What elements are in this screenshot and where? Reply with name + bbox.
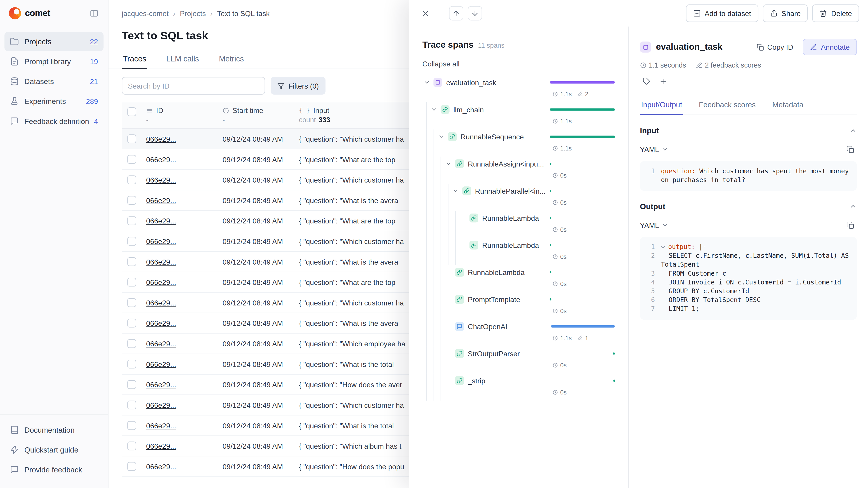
chevron-down-icon[interactable] [444, 159, 453, 168]
span-row[interactable]: evaluation_task 1.1s 2 [423, 75, 615, 102]
sidebar-item-quickstart-guide[interactable]: Quickstart guide [4, 440, 103, 459]
annotate-button[interactable]: Annotate [803, 39, 857, 55]
input-section-header[interactable]: Input [640, 126, 857, 135]
add-button[interactable] [656, 75, 670, 88]
trace-id-link[interactable]: 066e29... [146, 381, 176, 389]
trace-id-link[interactable]: 066e29... [146, 298, 176, 307]
chevron-down-icon[interactable] [661, 245, 665, 248]
copy-id-button[interactable]: Copy ID [752, 39, 798, 55]
row-checkbox[interactable] [127, 462, 136, 471]
span-row[interactable]: RunnableAssign<inpu... 0s [423, 157, 615, 184]
trace-id-link[interactable]: 066e29... [146, 401, 176, 409]
breadcrumb-workspace[interactable]: jacques-comet [122, 9, 168, 18]
span-row[interactable]: RunnableLambda 0s [423, 211, 615, 238]
trace-id-link[interactable]: 066e29... [146, 135, 176, 143]
filters-button[interactable]: Filters (0) [271, 77, 326, 94]
span-row[interactable]: StrOutputParser 0s [423, 346, 615, 373]
trace-id-link[interactable]: 066e29... [146, 360, 176, 368]
book-icon [10, 425, 19, 434]
trace-id-link[interactable]: 066e29... [146, 339, 176, 348]
collapse-all-button[interactable]: Collapse all [423, 60, 460, 68]
tab-feedback-scores[interactable]: Feedback scores [698, 96, 757, 115]
span-row[interactable]: RunnableLambda 0s [423, 265, 615, 292]
span-row[interactable]: RunnableLambda 0s [423, 238, 615, 265]
tab-input-output[interactable]: Input/Output [640, 96, 683, 115]
output-format-select[interactable]: YAML [640, 221, 669, 229]
close-button[interactable] [418, 6, 432, 21]
arrow-up-icon [452, 9, 460, 17]
column-header-start-time[interactable]: Start time [222, 106, 290, 115]
sidebar-item-experiments[interactable]: Experiments 289 [4, 92, 103, 111]
span-row[interactable]: RunnableSequence 1.1s [423, 129, 615, 157]
row-checkbox[interactable] [127, 298, 136, 307]
row-checkbox[interactable] [127, 380, 136, 389]
sidebar-item-label: Projects [24, 37, 85, 46]
sidebar-item-provide-feedback[interactable]: Provide feedback [4, 460, 103, 479]
tab-llm-calls[interactable]: LLM calls [165, 49, 200, 69]
trace-id-link[interactable]: 066e29... [146, 258, 176, 266]
trace-id-link[interactable]: 066e29... [146, 278, 176, 287]
select-all-checkbox[interactable] [127, 107, 136, 116]
previous-trace-button[interactable] [449, 6, 463, 21]
sidebar-item-datasets[interactable]: Datasets 21 [4, 72, 103, 91]
trace-id-link[interactable]: 066e29... [146, 176, 176, 184]
sidebar-item-projects[interactable]: Projects 22 [4, 32, 103, 51]
chevron-down-icon[interactable] [423, 78, 431, 87]
copy-input-button[interactable] [844, 143, 857, 156]
trace-id-link[interactable]: 066e29... [146, 217, 176, 225]
column-header-id[interactable]: ID [146, 106, 214, 115]
tab-metadata[interactable]: Metadata [771, 96, 805, 115]
sidebar-item-prompt-library[interactable]: Prompt library 19 [4, 52, 103, 71]
row-checkbox[interactable] [127, 155, 136, 164]
trace-id-link[interactable]: 066e29... [146, 319, 176, 327]
row-checkbox[interactable] [127, 134, 136, 143]
trace-id-link[interactable]: 066e29... [146, 155, 176, 164]
span-row[interactable]: ChatOpenAI 1.1s 1 [423, 319, 615, 346]
span-row[interactable]: llm_chain 1.1s [423, 102, 615, 129]
span-duration: 1.1s [560, 91, 572, 97]
input-format-select[interactable]: YAML [640, 145, 669, 154]
share-button[interactable]: Share [763, 4, 808, 22]
trace-id-link[interactable]: 066e29... [146, 442, 176, 450]
chevron-down-icon[interactable] [437, 132, 445, 141]
trace-id-link[interactable]: 066e29... [146, 237, 176, 246]
row-checkbox[interactable] [127, 319, 136, 328]
row-checkbox[interactable] [127, 442, 136, 450]
span-row[interactable]: _strip 0s [423, 373, 615, 400]
row-checkbox[interactable] [127, 257, 136, 266]
span-duration-bar [550, 217, 551, 219]
sidebar-item-documentation[interactable]: Documentation [4, 420, 103, 439]
row-checkbox[interactable] [127, 217, 136, 225]
next-trace-button[interactable] [468, 6, 482, 21]
sidebar-item-count: 19 [90, 57, 98, 66]
search-input[interactable] [122, 77, 265, 94]
trace-id-link[interactable]: 066e29... [146, 462, 176, 470]
row-checkbox[interactable] [127, 400, 136, 410]
row-checkbox[interactable] [127, 196, 136, 205]
trace-id-link[interactable]: 066e29... [146, 196, 176, 204]
add-tag-button[interactable] [640, 75, 653, 88]
chevron-down-icon[interactable] [430, 105, 438, 114]
trace-id-link[interactable]: 066e29... [146, 421, 176, 430]
sidebar-toggle-icon[interactable] [87, 6, 101, 21]
sidebar-item-feedback-definitions[interactable]: Feedback definitions 4 [4, 112, 103, 131]
chevron-down-icon[interactable] [451, 186, 460, 195]
span-name: RunnableSequence [461, 133, 524, 141]
tab-metrics[interactable]: Metrics [218, 49, 245, 69]
row-checkbox[interactable] [127, 360, 136, 368]
sidebar-item-label: Documentation [24, 426, 98, 434]
tab-traces[interactable]: Traces [122, 49, 147, 69]
add-to-dataset-button[interactable]: Add to dataset [686, 4, 758, 22]
row-checkbox[interactable] [127, 278, 136, 287]
output-section-header[interactable]: Output [640, 202, 857, 211]
row-checkbox[interactable] [127, 339, 136, 348]
row-checkbox[interactable] [127, 421, 136, 430]
span-row[interactable]: PromptTemplate 0s [423, 292, 615, 319]
breadcrumb-projects[interactable]: Projects [180, 9, 206, 18]
input-code-block: 1question: Which customer has spent the … [640, 161, 857, 191]
copy-output-button[interactable] [844, 219, 857, 232]
span-row[interactable]: RunnableParallel<in... 0s [423, 184, 615, 211]
delete-button[interactable]: Delete [812, 4, 859, 22]
row-checkbox[interactable] [127, 237, 136, 246]
row-checkbox[interactable] [127, 175, 136, 184]
